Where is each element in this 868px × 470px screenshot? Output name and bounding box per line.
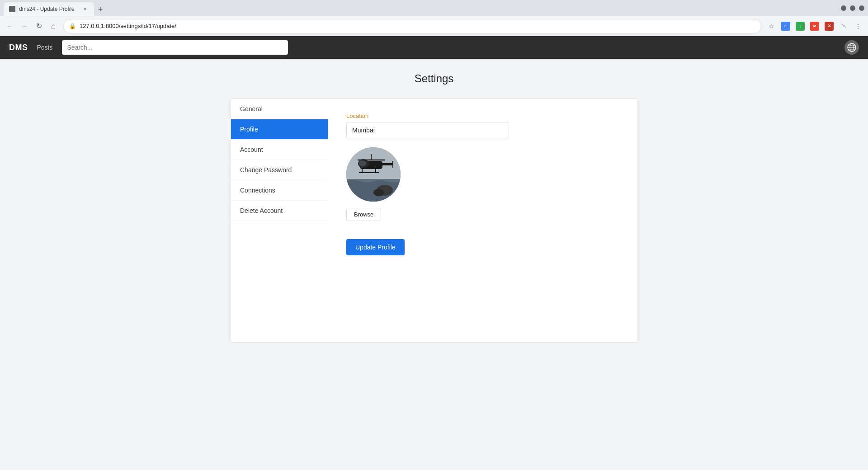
extension-4-icon[interactable]: ⚔ [823,20,835,33]
address-bar-row: ← → ↻ ⌂ 🔒 127.0.0.1:8000/settings/id/17/… [0,16,868,36]
browser-tab-bar: dms24 - Update Profile × + [0,0,868,16]
extension-1-icon[interactable]: ≡ [779,20,792,33]
settings-content: Location [328,99,637,342]
page-title: Settings [9,72,859,85]
url-display: 127.0.0.1:8000/settings/id/17/update/ [80,23,755,29]
posts-nav-link[interactable]: Posts [37,44,53,51]
close-button[interactable] [859,5,864,11]
ext-bookmark-icon: ≡ [781,22,790,31]
browse-button[interactable]: Browse [346,208,381,221]
profile-avatar-container: Browse [346,147,619,221]
svg-rect-12 [382,163,393,165]
location-form-group: Location [346,113,619,138]
reload-button[interactable]: ↻ [33,20,45,33]
maximize-button[interactable] [850,5,855,11]
more-options-icon[interactable]: ⋮ [852,20,864,33]
globe-icon [847,43,856,52]
sidebar-item-general[interactable]: General [231,99,328,119]
sidebar-item-delete-account[interactable]: Delete Account [231,201,328,221]
profile-avatar [346,147,401,202]
lock-icon: 🔒 [69,23,76,29]
new-tab-button[interactable]: + [94,3,107,16]
extension-2-icon[interactable]: ↓ [794,20,807,33]
app-brand: DMS [9,43,28,52]
active-tab[interactable]: dms24 - Update Profile × [4,2,94,16]
settings-container: General Profile Account Change Password … [231,99,637,343]
update-profile-button[interactable]: Update Profile [346,239,405,255]
back-button[interactable]: ← [4,20,16,33]
sidebar-item-account[interactable]: Account [231,140,328,160]
settings-sidebar: General Profile Account Change Password … [231,99,328,342]
cast-icon[interactable]: ␀ [837,20,850,33]
extension-3-icon[interactable]: M [808,20,821,33]
minimize-button[interactable] [841,5,846,11]
toolbar-icons: ☆ ≡ ↓ M ⚔ ␀ ⋮ [765,20,864,33]
update-profile-container: Update Profile [346,230,619,255]
sidebar-item-change-password[interactable]: Change Password [231,160,328,180]
home-button[interactable]: ⌂ [47,20,60,33]
ext-shield-icon: ⚔ [825,22,834,31]
ext-download-icon: ↓ [796,22,805,31]
ext-gmail-icon: M [810,22,819,31]
window-controls [841,5,864,11]
app-navbar: DMS Posts [0,36,868,59]
tab-bar: dms24 - Update Profile × + [4,0,107,16]
svg-point-8 [373,189,384,196]
page-content: Settings General Profile Account Change … [0,59,868,470]
sidebar-item-connections[interactable]: Connections [231,180,328,201]
location-label: Location [346,113,619,119]
address-bar[interactable]: 🔒 127.0.0.1:8000/settings/id/17/update/ [63,19,761,33]
svg-point-11 [359,160,366,166]
tab-title: dms24 - Update Profile [19,6,78,12]
forward-button[interactable]: → [18,20,31,33]
sidebar-item-profile[interactable]: Profile [231,119,328,140]
bookmarks-icon[interactable]: ☆ [765,20,778,33]
tab-favicon [9,6,15,12]
location-input[interactable] [346,122,509,138]
user-avatar-nav[interactable] [844,40,859,55]
avatar-scene-svg [346,147,401,202]
search-input[interactable] [62,40,288,55]
tab-close-button[interactable]: × [81,5,89,13]
